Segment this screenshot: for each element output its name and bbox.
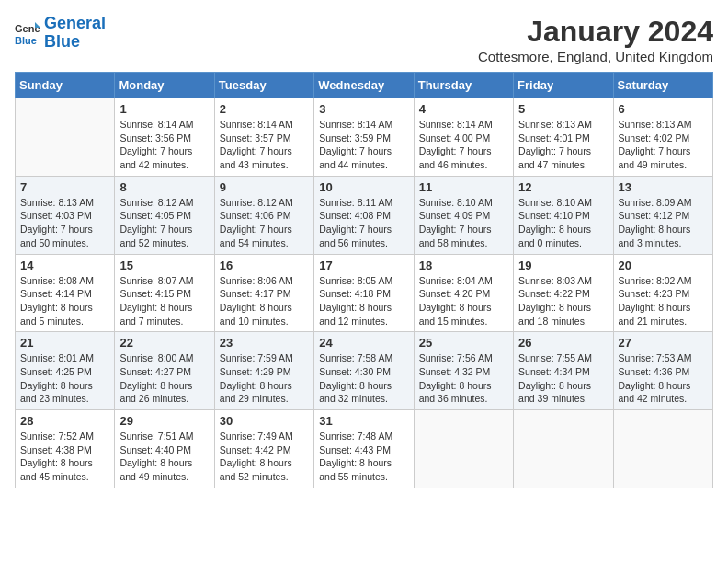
day-number: 1 [119,102,209,116]
day-number: 16 [220,259,309,272]
day-number: 21 [20,336,109,350]
day-number: 9 [220,180,309,194]
day-number: 20 [619,259,708,272]
logo: General Blue GeneralBlue [15,15,106,52]
day-cell: 14Sunrise: 8:08 AMSunset: 4:14 PMDayligh… [16,254,115,332]
day-number: 15 [119,259,209,272]
title-block: January 2024 Cottesmore, England, United… [478,15,713,64]
day-number: 17 [319,259,408,272]
day-info: Sunrise: 8:14 AMSunset: 3:59 PMDaylight:… [319,118,408,172]
day-number: 25 [419,336,508,350]
day-info: Sunrise: 7:58 AMSunset: 4:30 PMDaylight:… [319,351,408,406]
day-info: Sunrise: 8:10 AMSunset: 4:09 PMDaylight:… [419,196,508,250]
day-cell: 6Sunrise: 8:13 AMSunset: 4:02 PMDaylight… [613,98,712,177]
day-info: Sunrise: 8:10 AMSunset: 4:10 PMDaylight:… [518,196,608,250]
day-info: Sunrise: 7:53 AMSunset: 4:36 PMDaylight:… [619,351,708,406]
day-info: Sunrise: 8:02 AMSunset: 4:23 PMDaylight:… [619,274,708,328]
weekday-header-thursday: Thursday [414,73,513,98]
day-cell: 4Sunrise: 8:14 AMSunset: 4:00 PMDaylight… [414,98,513,177]
day-info: Sunrise: 7:56 AMSunset: 4:32 PMDaylight:… [419,351,508,406]
day-info: Sunrise: 8:12 AMSunset: 4:05 PMDaylight:… [119,196,209,250]
weekday-header-sunday: Sunday [16,73,115,98]
day-info: Sunrise: 8:13 AMSunset: 4:02 PMDaylight:… [619,118,708,172]
day-cell: 7Sunrise: 8:13 AMSunset: 4:03 PMDaylight… [16,176,115,254]
week-row-5: 28Sunrise: 7:52 AMSunset: 4:38 PMDayligh… [16,410,713,488]
day-info: Sunrise: 8:14 AMSunset: 3:57 PMDaylight:… [220,118,309,172]
day-cell: 18Sunrise: 8:04 AMSunset: 4:20 PMDayligh… [414,254,513,332]
day-number: 8 [119,180,209,194]
week-row-3: 14Sunrise: 8:08 AMSunset: 4:14 PMDayligh… [16,254,713,332]
day-number: 12 [518,180,608,194]
day-info: Sunrise: 7:49 AMSunset: 4:42 PMDaylight:… [220,430,309,484]
weekday-header-friday: Friday [514,73,613,98]
day-info: Sunrise: 8:03 AMSunset: 4:22 PMDaylight:… [518,274,608,328]
day-cell: 31Sunrise: 7:48 AMSunset: 4:43 PMDayligh… [314,410,414,488]
day-cell: 2Sunrise: 8:14 AMSunset: 3:57 PMDaylight… [214,98,313,177]
day-info: Sunrise: 7:59 AMSunset: 4:29 PMDaylight:… [220,351,309,406]
day-cell: 3Sunrise: 8:14 AMSunset: 3:59 PMDaylight… [314,98,414,177]
weekday-header-saturday: Saturday [613,73,712,98]
day-number: 14 [20,259,109,272]
day-number: 18 [419,259,508,272]
day-number: 31 [319,414,408,428]
day-info: Sunrise: 8:00 AMSunset: 4:27 PMDaylight:… [119,351,209,406]
day-info: Sunrise: 8:08 AMSunset: 4:14 PMDaylight:… [20,274,109,328]
day-cell [613,410,712,488]
day-info: Sunrise: 8:06 AMSunset: 4:17 PMDaylight:… [220,274,309,328]
day-cell [414,410,513,488]
weekday-header-row: SundayMondayTuesdayWednesdayThursdayFrid… [16,73,713,98]
day-cell: 13Sunrise: 8:09 AMSunset: 4:12 PMDayligh… [613,176,712,254]
day-cell: 11Sunrise: 8:10 AMSunset: 4:09 PMDayligh… [414,176,513,254]
day-info: Sunrise: 8:12 AMSunset: 4:06 PMDaylight:… [220,196,309,250]
logo-text: GeneralBlue [44,15,106,52]
day-cell: 15Sunrise: 8:07 AMSunset: 4:15 PMDayligh… [115,254,214,332]
day-info: Sunrise: 7:55 AMSunset: 4:34 PMDaylight:… [518,351,608,406]
day-info: Sunrise: 7:48 AMSunset: 4:43 PMDaylight:… [319,430,408,484]
day-info: Sunrise: 8:07 AMSunset: 4:15 PMDaylight:… [119,274,209,328]
week-row-1: 1Sunrise: 8:14 AMSunset: 3:56 PMDaylight… [16,98,713,177]
day-number: 24 [319,336,408,350]
day-cell [514,410,613,488]
day-cell: 27Sunrise: 7:53 AMSunset: 4:36 PMDayligh… [613,332,712,410]
page-header: General Blue GeneralBlue January 2024 Co… [15,15,713,64]
day-info: Sunrise: 7:52 AMSunset: 4:38 PMDaylight:… [20,430,109,484]
day-number: 23 [220,336,309,350]
day-cell: 10Sunrise: 8:11 AMSunset: 4:08 PMDayligh… [314,176,414,254]
day-cell: 22Sunrise: 8:00 AMSunset: 4:27 PMDayligh… [115,332,214,410]
day-number: 5 [518,102,608,116]
weekday-header-monday: Monday [115,73,214,98]
day-info: Sunrise: 8:13 AMSunset: 4:03 PMDaylight:… [20,196,109,250]
day-number: 2 [220,102,309,116]
location-subtitle: Cottesmore, England, United Kingdom [478,49,713,64]
svg-text:Blue: Blue [15,35,37,46]
day-cell: 21Sunrise: 8:01 AMSunset: 4:25 PMDayligh… [16,332,115,410]
day-number: 26 [518,336,608,350]
day-number: 19 [518,259,608,272]
day-number: 27 [619,336,708,350]
day-cell: 17Sunrise: 8:05 AMSunset: 4:18 PMDayligh… [314,254,414,332]
weekday-header-wednesday: Wednesday [314,73,414,98]
day-info: Sunrise: 8:01 AMSunset: 4:25 PMDaylight:… [20,351,109,406]
day-info: Sunrise: 8:14 AMSunset: 3:56 PMDaylight:… [119,118,209,172]
day-number: 6 [619,102,708,116]
day-cell: 9Sunrise: 8:12 AMSunset: 4:06 PMDaylight… [214,176,313,254]
weekday-header-tuesday: Tuesday [214,73,313,98]
day-number: 7 [20,180,109,194]
day-info: Sunrise: 8:05 AMSunset: 4:18 PMDaylight:… [319,274,408,328]
day-number: 4 [419,102,508,116]
day-cell: 30Sunrise: 7:49 AMSunset: 4:42 PMDayligh… [214,410,313,488]
day-number: 11 [419,180,508,194]
day-cell: 12Sunrise: 8:10 AMSunset: 4:10 PMDayligh… [514,176,613,254]
day-cell: 1Sunrise: 8:14 AMSunset: 3:56 PMDaylight… [115,98,214,177]
day-cell: 20Sunrise: 8:02 AMSunset: 4:23 PMDayligh… [613,254,712,332]
day-cell: 19Sunrise: 8:03 AMSunset: 4:22 PMDayligh… [514,254,613,332]
logo-icon: General Blue [15,20,40,46]
day-info: Sunrise: 8:11 AMSunset: 4:08 PMDaylight:… [319,196,408,250]
day-info: Sunrise: 8:13 AMSunset: 4:01 PMDaylight:… [518,118,608,172]
day-cell: 25Sunrise: 7:56 AMSunset: 4:32 PMDayligh… [414,332,513,410]
day-number: 30 [220,414,309,428]
day-cell: 24Sunrise: 7:58 AMSunset: 4:30 PMDayligh… [314,332,414,410]
day-info: Sunrise: 8:04 AMSunset: 4:20 PMDaylight:… [419,274,508,328]
day-info: Sunrise: 7:51 AMSunset: 4:40 PMDaylight:… [119,430,209,484]
day-cell: 8Sunrise: 8:12 AMSunset: 4:05 PMDaylight… [115,176,214,254]
